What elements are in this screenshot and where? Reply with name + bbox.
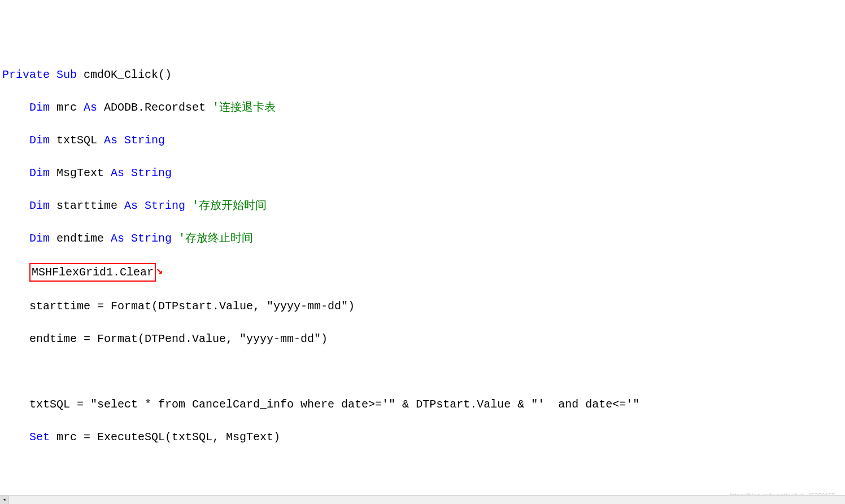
keyword-dim: Dim — [29, 199, 50, 212]
code-line — [2, 462, 843, 478]
horizontal-scrollbar[interactable]: ◂ — [0, 495, 845, 504]
code-line: Dim MsgText As String — [2, 165, 843, 181]
text: cmdOK_Click() — [77, 68, 172, 81]
type-string: String — [124, 166, 172, 179]
keyword-as: As — [111, 166, 124, 179]
keyword-private: Private — [2, 68, 50, 81]
comment: '存放开始时间 — [192, 199, 267, 212]
text: starttime — [50, 199, 124, 212]
text: MSHFlexGrid1.Clear — [32, 266, 154, 279]
code-line: Dim endtime As String '存放终止时间 — [2, 230, 843, 247]
text: MsgText — [50, 166, 111, 179]
keyword-dim: Dim — [29, 166, 50, 179]
keyword-as: As — [84, 101, 97, 114]
keyword-as: As — [111, 232, 124, 245]
type-string: String — [124, 232, 178, 245]
text: ADODB.Recordset — [97, 101, 212, 114]
text: endtime = Format(DTPend.Value, "yyyy-mm-… — [29, 332, 328, 345]
scroll-left-button[interactable]: ◂ — [0, 496, 9, 504]
text: txtSQL = "select * from CancelCard_info … — [29, 398, 639, 411]
type-string: String — [117, 134, 165, 147]
text: starttime = Format(DTPstart.Value, "yyyy… — [29, 300, 355, 313]
text: endtime — [50, 232, 111, 245]
highlighted-box-clear: MSHFlexGrid1.Clear — [29, 263, 156, 282]
code-line — [2, 363, 843, 380]
code-line: MSHFlexGrid1.Clear↘ — [2, 263, 843, 282]
comment: '存放终止时间 — [178, 232, 253, 245]
keyword-set: Set — [29, 431, 50, 444]
code-line: Set mrc = ExecuteSQL(txtSQL, MsgText) — [2, 429, 843, 445]
type-string: String — [138, 199, 192, 212]
keyword-as: As — [104, 134, 117, 147]
text: mrc — [50, 101, 84, 114]
code-line: starttime = Format(DTPstart.Value, "yyyy… — [2, 298, 843, 314]
code-line: Dim starttime As String '存放开始时间 — [2, 198, 843, 214]
comment: '连接退卡表 — [212, 101, 276, 114]
text: txtSQL — [50, 134, 104, 147]
text: mrc = ExecuteSQL(txtSQL, MsgText) — [50, 431, 280, 444]
keyword-as: As — [124, 199, 138, 212]
keyword-dim: Dim — [29, 134, 50, 147]
code-line: Dim txtSQL As String — [2, 132, 843, 148]
keyword-dim: Dim — [29, 232, 50, 245]
code-line: Dim mrc As ADODB.Recordset '连接退卡表 — [2, 99, 843, 116]
arrow-icon: ↘ — [156, 262, 163, 279]
code-line: txtSQL = "select * from CancelCard_info … — [2, 396, 843, 413]
code-line: Private Sub cmdOK_Click() — [2, 67, 843, 83]
keyword-dim: Dim — [29, 101, 50, 114]
code-line: endtime = Format(DTPend.Value, "yyyy-mm-… — [2, 331, 843, 347]
keyword-sub: Sub — [56, 68, 77, 81]
